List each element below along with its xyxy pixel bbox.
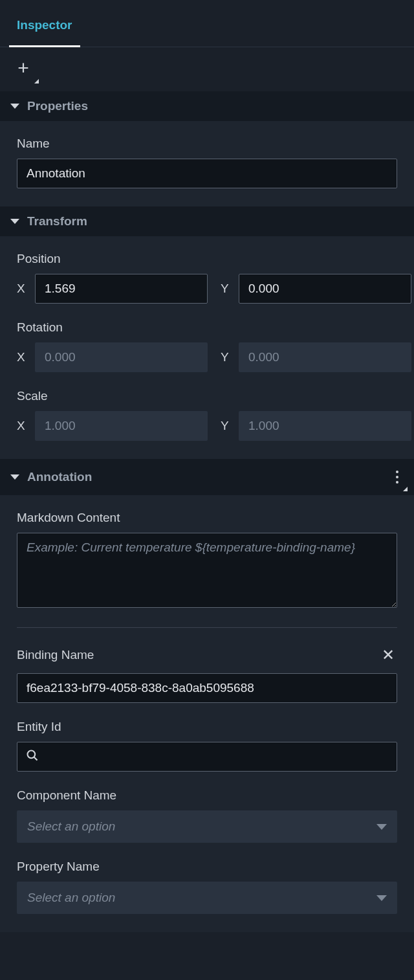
axis-y-label: Y [221, 419, 231, 433]
caret-down-icon [10, 104, 19, 109]
rotation-y-input [239, 342, 411, 372]
position-row: X Y Z [17, 274, 397, 304]
markdown-textarea[interactable] [17, 533, 397, 608]
scale-y-input [239, 411, 411, 441]
position-y-input[interactable] [239, 274, 411, 304]
tab-inspector[interactable]: Inspector [0, 9, 89, 47]
add-row: + [0, 47, 414, 91]
axis-x-label: X [17, 419, 27, 433]
section-header-transform[interactable]: Transform [0, 206, 414, 236]
rotation-x-input [35, 342, 208, 372]
section-title-properties: Properties [27, 99, 88, 113]
name-label: Name [17, 137, 397, 151]
rotation-row: X Y Z [17, 342, 397, 372]
section-body-transform: Position X Y Z Rotation X Y [0, 236, 414, 459]
select-placeholder: Select an option [27, 891, 115, 905]
caret-down-icon [10, 474, 19, 480]
add-component-button[interactable]: + [14, 59, 32, 77]
axis-x-label: X [17, 350, 27, 364]
section-body-annotation: Markdown Content Binding Name ✕ Entity I… [0, 495, 414, 932]
scale-label: Scale [17, 389, 397, 403]
entity-id-search-wrap [17, 742, 397, 772]
binding-name-label: Binding Name [17, 648, 94, 662]
scale-row: X Y Z [17, 411, 397, 441]
close-icon: ✕ [382, 646, 395, 663]
select-placeholder: Select an option [27, 819, 115, 834]
divider [17, 627, 397, 628]
axis-y-label: Y [221, 350, 231, 364]
binding-name-input[interactable] [17, 673, 397, 703]
scale-x-input [35, 411, 208, 441]
markdown-label: Markdown Content [17, 511, 397, 525]
entity-id-input[interactable] [17, 742, 397, 772]
section-title-annotation: Annotation [27, 470, 92, 484]
tab-bar: Inspector [0, 0, 414, 47]
chevron-down-icon [376, 824, 387, 830]
component-name-label: Component Name [17, 788, 397, 803]
plus-icon: + [17, 58, 29, 78]
section-header-annotation[interactable]: Annotation [0, 459, 414, 495]
kebab-icon [396, 476, 398, 478]
rotation-label: Rotation [17, 320, 397, 335]
remove-binding-button[interactable]: ✕ [379, 645, 397, 665]
position-label: Position [17, 252, 397, 266]
chevron-down-icon [376, 895, 387, 901]
annotation-menu-button[interactable] [391, 467, 404, 487]
entity-id-label: Entity Id [17, 720, 397, 734]
axis-y-label: Y [221, 282, 231, 296]
section-header-properties[interactable]: Properties [0, 91, 414, 121]
name-input[interactable] [17, 159, 397, 188]
kebab-icon [396, 471, 398, 473]
caret-down-icon [10, 219, 19, 224]
section-body-properties: Name [0, 121, 414, 206]
component-name-select[interactable]: Select an option [17, 810, 397, 843]
kebab-icon [396, 481, 398, 484]
property-name-label: Property Name [17, 860, 397, 874]
axis-x-label: X [17, 282, 27, 296]
property-name-select[interactable]: Select an option [17, 882, 397, 914]
position-x-input[interactable] [35, 274, 208, 304]
section-title-transform: Transform [27, 214, 87, 228]
